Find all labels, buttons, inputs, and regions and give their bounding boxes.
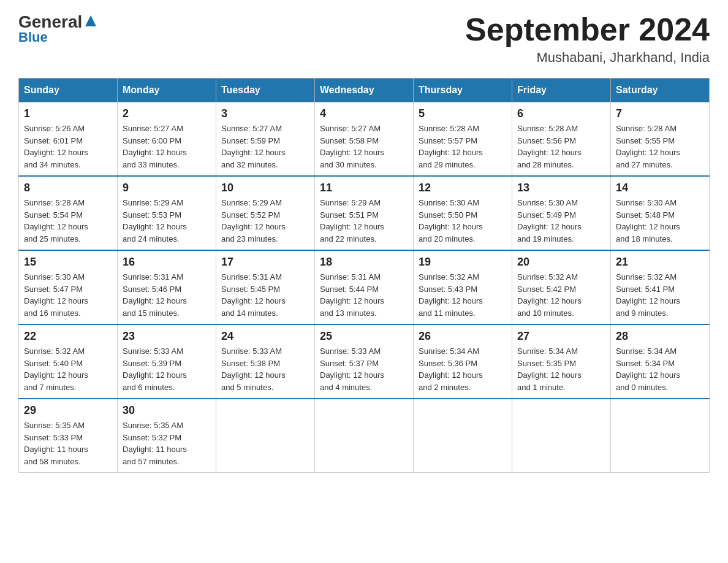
day-number: 9 [123,182,211,194]
table-row: 15Sunrise: 5:30 AMSunset: 5:47 PMDayligh… [19,250,118,324]
day-number: 3 [221,107,309,120]
day-number: 8 [24,182,112,194]
header-wednesday: Wednesday [315,79,414,102]
calendar-table: Sunday Monday Tuesday Wednesday Thursday… [18,78,710,473]
table-row: 29Sunrise: 5:35 AMSunset: 5:33 PMDayligh… [19,399,118,473]
logo-blue: Blue [18,31,48,44]
table-row: 3Sunrise: 5:27 AMSunset: 5:59 PMDaylight… [216,102,315,177]
day-info: Sunrise: 5:27 AMSunset: 5:58 PMDaylight:… [320,123,408,170]
day-number: 10 [221,182,309,194]
table-row [512,399,611,473]
day-number: 29 [24,404,112,417]
table-row: 18Sunrise: 5:31 AMSunset: 5:44 PMDayligh… [315,250,414,324]
day-info: Sunrise: 5:30 AMSunset: 5:48 PMDaylight:… [616,197,704,245]
page-header: General Blue September 2024 Mushabani, J… [18,12,710,66]
day-number: 20 [517,256,605,269]
logo-arrow-icon [84,14,97,28]
calendar-week-row: 1Sunrise: 5:26 AMSunset: 6:01 PMDaylight… [19,102,710,177]
day-info: Sunrise: 5:29 AMSunset: 5:52 PMDaylight:… [221,197,309,245]
calendar-week-row: 22Sunrise: 5:32 AMSunset: 5:40 PMDayligh… [19,324,710,399]
day-info: Sunrise: 5:28 AMSunset: 5:54 PMDaylight:… [24,197,112,245]
day-info: Sunrise: 5:30 AMSunset: 5:50 PMDaylight:… [419,197,507,245]
table-row [216,399,315,473]
day-info: Sunrise: 5:32 AMSunset: 5:41 PMDaylight:… [616,271,704,319]
day-number: 30 [123,404,211,417]
calendar-week-row: 29Sunrise: 5:35 AMSunset: 5:33 PMDayligh… [19,399,710,473]
day-number: 23 [123,330,211,343]
table-row: 28Sunrise: 5:34 AMSunset: 5:34 PMDayligh… [611,324,710,399]
title-section: September 2024 Mushabani, Jharkhand, Ind… [465,12,710,66]
table-row: 17Sunrise: 5:31 AMSunset: 5:45 PMDayligh… [216,250,315,324]
table-row: 19Sunrise: 5:32 AMSunset: 5:43 PMDayligh… [414,250,512,324]
table-row: 12Sunrise: 5:30 AMSunset: 5:50 PMDayligh… [414,176,512,250]
table-row: 10Sunrise: 5:29 AMSunset: 5:52 PMDayligh… [216,176,315,250]
day-number: 27 [517,330,605,343]
day-info: Sunrise: 5:27 AMSunset: 5:59 PMDaylight:… [221,123,309,170]
day-info: Sunrise: 5:32 AMSunset: 5:42 PMDaylight:… [517,271,605,319]
table-row: 27Sunrise: 5:34 AMSunset: 5:35 PMDayligh… [512,324,611,399]
day-info: Sunrise: 5:32 AMSunset: 5:43 PMDaylight:… [419,271,507,319]
day-number: 26 [419,330,507,343]
table-row: 13Sunrise: 5:30 AMSunset: 5:49 PMDayligh… [512,176,611,250]
table-row: 1Sunrise: 5:26 AMSunset: 6:01 PMDaylight… [19,102,118,177]
table-row: 4Sunrise: 5:27 AMSunset: 5:58 PMDaylight… [315,102,414,177]
day-number: 14 [616,182,704,194]
day-info: Sunrise: 5:35 AMSunset: 5:33 PMDaylight:… [24,419,112,467]
day-number: 17 [221,256,309,269]
table-row [315,399,414,473]
table-row: 16Sunrise: 5:31 AMSunset: 5:46 PMDayligh… [118,250,216,324]
logo: General Blue [18,12,97,44]
location: Mushabani, Jharkhand, India [465,50,710,66]
day-info: Sunrise: 5:34 AMSunset: 5:35 PMDaylight:… [517,345,605,393]
table-row: 8Sunrise: 5:28 AMSunset: 5:54 PMDaylight… [19,176,118,250]
table-row: 20Sunrise: 5:32 AMSunset: 5:42 PMDayligh… [512,250,611,324]
day-number: 12 [419,182,507,194]
day-info: Sunrise: 5:34 AMSunset: 5:34 PMDaylight:… [616,345,704,393]
table-row: 2Sunrise: 5:27 AMSunset: 6:00 PMDaylight… [118,102,216,177]
table-row: 6Sunrise: 5:28 AMSunset: 5:56 PMDaylight… [512,102,611,177]
month-title: September 2024 [465,12,710,47]
day-number: 13 [517,182,605,194]
day-info: Sunrise: 5:28 AMSunset: 5:55 PMDaylight:… [616,123,704,170]
header-thursday: Thursday [414,79,512,102]
table-row: 5Sunrise: 5:28 AMSunset: 5:57 PMDaylight… [414,102,512,177]
calendar-week-row: 8Sunrise: 5:28 AMSunset: 5:54 PMDaylight… [19,176,710,250]
header-monday: Monday [118,79,216,102]
day-info: Sunrise: 5:30 AMSunset: 5:47 PMDaylight:… [24,271,112,319]
day-info: Sunrise: 5:35 AMSunset: 5:32 PMDaylight:… [123,419,211,467]
day-info: Sunrise: 5:32 AMSunset: 5:40 PMDaylight:… [24,345,112,393]
table-row: 7Sunrise: 5:28 AMSunset: 5:55 PMDaylight… [611,102,710,177]
day-number: 18 [320,256,408,269]
table-row: 21Sunrise: 5:32 AMSunset: 5:41 PMDayligh… [611,250,710,324]
calendar-header-row: Sunday Monday Tuesday Wednesday Thursday… [19,79,710,102]
day-info: Sunrise: 5:33 AMSunset: 5:38 PMDaylight:… [221,345,309,393]
day-info: Sunrise: 5:29 AMSunset: 5:51 PMDaylight:… [320,197,408,245]
day-info: Sunrise: 5:27 AMSunset: 6:00 PMDaylight:… [123,123,211,170]
day-number: 24 [221,330,309,343]
day-info: Sunrise: 5:26 AMSunset: 6:01 PMDaylight:… [24,123,112,170]
day-info: Sunrise: 5:33 AMSunset: 5:39 PMDaylight:… [123,345,211,393]
day-info: Sunrise: 5:31 AMSunset: 5:45 PMDaylight:… [221,271,309,319]
table-row: 23Sunrise: 5:33 AMSunset: 5:39 PMDayligh… [118,324,216,399]
table-row: 25Sunrise: 5:33 AMSunset: 5:37 PMDayligh… [315,324,414,399]
day-number: 25 [320,330,408,343]
day-info: Sunrise: 5:31 AMSunset: 5:44 PMDaylight:… [320,271,408,319]
day-number: 21 [616,256,704,269]
day-number: 2 [123,107,211,120]
day-info: Sunrise: 5:34 AMSunset: 5:36 PMDaylight:… [419,345,507,393]
day-number: 22 [24,330,112,343]
table-row: 22Sunrise: 5:32 AMSunset: 5:40 PMDayligh… [19,324,118,399]
day-info: Sunrise: 5:31 AMSunset: 5:46 PMDaylight:… [123,271,211,319]
svg-marker-0 [85,15,96,26]
day-info: Sunrise: 5:29 AMSunset: 5:53 PMDaylight:… [123,197,211,245]
table-row: 14Sunrise: 5:30 AMSunset: 5:48 PMDayligh… [611,176,710,250]
day-number: 4 [320,107,408,120]
day-info: Sunrise: 5:28 AMSunset: 5:57 PMDaylight:… [419,123,507,170]
table-row: 26Sunrise: 5:34 AMSunset: 5:36 PMDayligh… [414,324,512,399]
day-number: 1 [24,107,112,120]
day-number: 11 [320,182,408,194]
day-info: Sunrise: 5:30 AMSunset: 5:49 PMDaylight:… [517,197,605,245]
table-row: 24Sunrise: 5:33 AMSunset: 5:38 PMDayligh… [216,324,315,399]
header-friday: Friday [512,79,611,102]
header-tuesday: Tuesday [216,79,315,102]
